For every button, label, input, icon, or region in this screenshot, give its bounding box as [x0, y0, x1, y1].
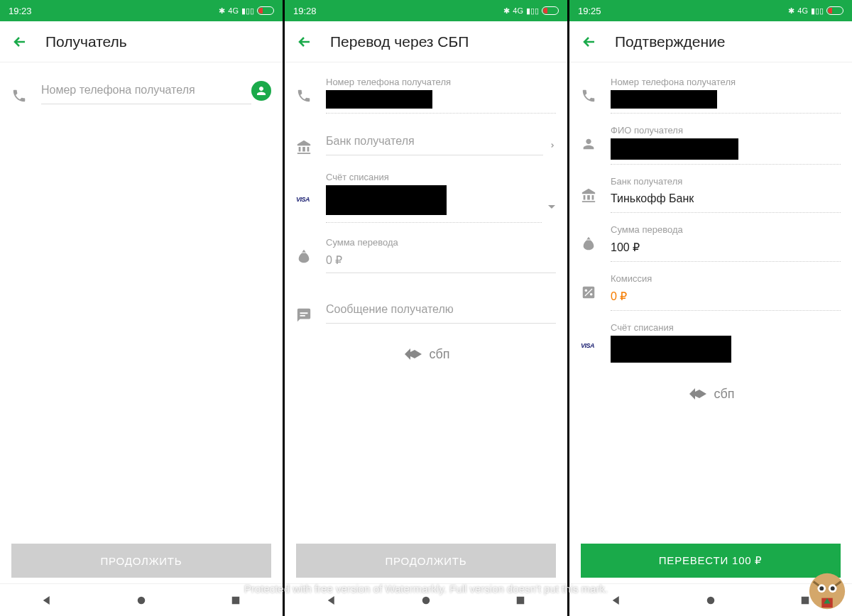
phone-field: Номер телефона получателя — [285, 72, 567, 114]
bank-icon — [581, 187, 601, 206]
back-button[interactable] — [581, 33, 598, 50]
bottom-area: ПРОДОЛЖИТЬ — [0, 538, 283, 583]
page-title: Получатель — [45, 33, 127, 50]
person-icon — [581, 136, 601, 155]
sbp-logo: сбп — [569, 383, 852, 405]
signal-bars-icon: ▮▯▯ — [241, 6, 254, 16]
bottom-area: ПРОДОЛЖИТЬ — [285, 538, 567, 583]
contacts-button[interactable] — [251, 81, 271, 101]
screen-confirmation: 19:25 ✱ 4G ▮▯▯ Подтверждение Номер телеф… — [569, 0, 852, 616]
app-header: Подтверждение — [569, 21, 852, 62]
message-icon — [296, 307, 316, 326]
nav-back-icon[interactable] — [325, 594, 338, 607]
fee-label: Комиссия — [611, 273, 841, 284]
battery-icon — [257, 6, 274, 15]
status-bar: 19:23 ✱ 4G ▮▯▯ — [0, 0, 283, 21]
phone-value-redacted — [326, 90, 432, 109]
phone-value-redacted — [611, 90, 717, 109]
status-time: 19:28 — [293, 6, 503, 16]
name-value-redacted — [611, 138, 738, 160]
svg-point-2 — [422, 596, 430, 604]
nav-home-icon[interactable] — [420, 594, 432, 607]
account-field: VISA Счёт списания — [569, 318, 852, 365]
sbp-logo: сбп — [285, 343, 567, 365]
signal-icon: 4G — [513, 6, 523, 15]
page-title: Подтверждение — [615, 33, 725, 50]
nav-back-icon[interactable] — [40, 594, 53, 607]
name-label: ФИО получателя — [611, 125, 841, 136]
visa-icon: VISA — [581, 338, 601, 351]
svg-point-0 — [138, 596, 146, 604]
bank-icon — [296, 139, 316, 158]
battery-icon — [826, 6, 843, 15]
amount-label: Сумма перевода — [326, 237, 556, 248]
bluetooth-icon: ✱ — [788, 6, 794, 16]
nav-back-icon[interactable] — [610, 594, 623, 607]
nav-home-icon[interactable] — [135, 594, 148, 607]
bank-label: Банк получателя — [611, 176, 841, 187]
status-time: 19:23 — [9, 6, 219, 16]
content: Номер телефона получателя ФИО получателя… — [569, 62, 852, 538]
bank-field[interactable]: Банк получателя — [285, 123, 567, 158]
visa-icon: VISA — [296, 192, 316, 204]
page-title: Перевод через СБП — [330, 33, 469, 50]
money-bag-icon — [581, 236, 601, 254]
phone-placeholder: Номер телефона получателя — [41, 77, 251, 104]
back-button[interactable] — [296, 33, 313, 50]
continue-button[interactable]: ПРОДОЛЖИТЬ — [296, 544, 556, 578]
name-field: ФИО получателя — [569, 121, 852, 165]
bank-field: Банк получателя Тинькофф Банк — [569, 172, 852, 213]
phone-field: Номер телефона получателя — [569, 72, 852, 114]
chevron-right-icon — [549, 139, 556, 152]
phone-icon — [296, 88, 316, 106]
percent-icon — [581, 285, 601, 303]
bank-placeholder: Банк получателя — [326, 128, 543, 155]
signal-bars-icon: ▮▯▯ — [526, 6, 539, 16]
status-icons: ✱ 4G ▮▯▯ — [219, 6, 274, 16]
phone-label: Номер телефона получателя — [611, 77, 841, 87]
nav-recent-icon[interactable] — [229, 594, 242, 607]
fee-field: Комиссия 0 ₽ — [569, 269, 852, 311]
dropdown-icon — [547, 200, 556, 213]
bluetooth-icon: ✱ — [219, 6, 225, 16]
message-placeholder: Сообщение получателю — [326, 296, 556, 323]
content: Номер телефона получателя — [0, 62, 283, 538]
amount-field[interactable]: Сумма перевода 0 ₽ — [285, 233, 567, 273]
back-button[interactable] — [11, 33, 28, 50]
phone-field[interactable]: Номер телефона получателя — [0, 72, 283, 106]
amount-value: 0 ₽ — [326, 251, 556, 273]
mascot-icon — [807, 571, 848, 612]
nav-bar — [285, 583, 567, 616]
nav-home-icon[interactable] — [704, 594, 717, 607]
phone-icon — [11, 88, 31, 106]
message-field[interactable]: Сообщение получателю — [285, 292, 567, 326]
nav-recent-icon[interactable] — [514, 594, 527, 607]
phone-label: Номер телефона получателя — [326, 77, 556, 87]
signal-icon: 4G — [797, 6, 808, 15]
svg-point-10 — [819, 586, 824, 590]
money-bag-icon — [296, 248, 316, 267]
status-icons: ✱ 4G ▮▯▯ — [788, 6, 843, 16]
fee-value: 0 ₽ — [611, 287, 841, 309]
sbp-label: сбп — [429, 347, 449, 362]
app-header: Перевод через СБП — [285, 21, 567, 62]
screen-transfer: 19:28 ✱ 4G ▮▯▯ Перевод через СБП Номер т… — [285, 0, 567, 616]
transfer-button[interactable]: ПЕРЕВЕСТИ 100 ₽ — [581, 544, 841, 578]
signal-icon: 4G — [228, 6, 239, 15]
svg-rect-1 — [231, 596, 239, 604]
signal-bars-icon: ▮▯▯ — [811, 6, 824, 16]
account-label: Счёт списания — [611, 322, 841, 333]
account-label: Счёт списания — [326, 172, 542, 182]
continue-button[interactable]: ПРОДОЛЖИТЬ — [11, 544, 271, 578]
status-bar: 19:25 ✱ 4G ▮▯▯ — [569, 0, 852, 21]
status-time: 19:25 — [578, 6, 788, 16]
account-value-redacted — [326, 185, 447, 215]
svg-point-11 — [831, 586, 835, 590]
account-value-redacted — [611, 336, 731, 363]
bank-value: Тинькофф Банк — [611, 189, 841, 211]
status-icons: ✱ 4G ▮▯▯ — [503, 6, 559, 16]
bluetooth-icon: ✱ — [503, 6, 510, 16]
status-bar: 19:28 ✱ 4G ▮▯▯ — [285, 0, 567, 21]
account-field[interactable]: VISA Счёт списания — [285, 167, 567, 223]
content: Номер телефона получателя Банк получател… — [285, 62, 567, 538]
